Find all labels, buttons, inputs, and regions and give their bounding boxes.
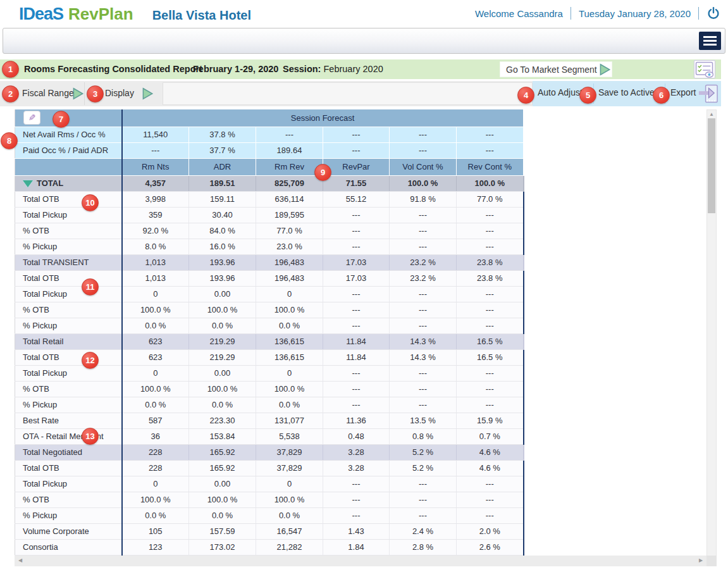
cell-value: --- (323, 318, 390, 333)
column-header: Vol Cont % (390, 158, 457, 175)
scroll-left-icon[interactable]: ◀ (16, 556, 25, 565)
row-label-text: % OTB (23, 226, 49, 235)
cell-value: 2.6 % (457, 539, 524, 555)
cell-value: --- (390, 365, 457, 381)
cell-value: --- (457, 397, 524, 413)
row-label: Paid Occ % / Paid ADR (15, 142, 122, 158)
cell-value: --- (323, 476, 390, 492)
column-header: ADR (189, 158, 256, 175)
cell-value: 5,538 (256, 428, 323, 444)
cell-value: --- (323, 365, 390, 381)
current-date: Tuesday January 28, 2020 (579, 8, 691, 19)
cell-value: 0.0 % (189, 397, 256, 413)
row-label: OTA - Retail Merchant (15, 428, 122, 444)
row-label: Total Pickup (15, 207, 122, 223)
go-play-icon[interactable] (598, 63, 612, 77)
annotation-badge-13: 13 (82, 428, 99, 445)
scroll-up-icon[interactable]: ▲ (707, 110, 716, 119)
cell-value: 100.0 % (256, 492, 323, 507)
row-label: Volume Corporate (15, 523, 122, 539)
annotation-badge-9: 9 (314, 164, 331, 181)
vertical-scroll-thumb[interactable] (708, 118, 715, 213)
action-bar: Fiscal Range Display Auto Adjust Save to… (0, 81, 721, 106)
view-forecast-list-icon[interactable] (694, 60, 715, 78)
row-label-text: % Pickup (23, 400, 57, 409)
cell-value: --- (390, 142, 457, 158)
filter-panel (163, 82, 533, 105)
cell-value: 105 (122, 523, 189, 539)
cell-value: --- (390, 507, 457, 523)
cell-value: 84.0 % (189, 223, 256, 239)
row-label-text: % Pickup (23, 511, 57, 520)
cell-value: 0 (122, 365, 189, 381)
cell-value: 100.0 % (122, 381, 189, 397)
row-label-text: TOTAL (37, 178, 63, 188)
cell-value: 17.03 (323, 254, 390, 270)
vertical-scrollbar[interactable]: ▲ ▼ (706, 109, 717, 564)
cell-value: 77.0 % (457, 191, 524, 207)
info-row: Paid Occ % / Paid ADR --- 37.7 % 189.64 … (15, 142, 524, 158)
menu-icon[interactable] (699, 32, 721, 50)
forecast-row: TOTAL4,357189.51825,70971.55100.0 %100.0… (15, 175, 524, 191)
session-label: Session: (283, 64, 321, 74)
scroll-right-icon[interactable]: ▶ (696, 556, 705, 565)
export-icon[interactable] (698, 84, 719, 104)
revplan-app: IDeaS RevPlan Bella Vista Hotel Welcome … (0, 0, 728, 572)
cell-value: 0 (256, 286, 323, 302)
collapse-triangle-icon[interactable] (23, 180, 33, 187)
cell-value: 0.00 (189, 286, 256, 302)
cell-value: 100.0 % (189, 381, 256, 397)
cell-value: 623 (122, 349, 189, 365)
row-label: % OTB (15, 381, 122, 397)
cell-value: --- (323, 381, 390, 397)
cell-value: 131,077 (256, 413, 323, 428)
annotation-badge-1: 1 (2, 61, 19, 78)
cell-value: 159.11 (189, 191, 256, 207)
horizontal-scrollbar[interactable]: ◀ ▶ (15, 556, 706, 566)
cell-value: 23.2 % (390, 270, 457, 286)
save-to-active-button[interactable]: Save to Active (598, 87, 655, 97)
cell-value: 0 (122, 286, 189, 302)
cell-value: 359 (122, 207, 189, 223)
cell-value: 123 (122, 539, 189, 555)
revplan-logo: RevPlan (68, 4, 133, 24)
row-label-text: Consortia (23, 542, 58, 552)
session-value: February 2020 (323, 64, 383, 74)
cell-value: 3.28 (323, 444, 390, 460)
cell-value: 587 (122, 413, 189, 428)
row-label: % Pickup (15, 397, 122, 413)
annotation-badge-3: 3 (87, 85, 104, 103)
cell-value: 636,114 (256, 191, 323, 207)
header-divider (571, 7, 571, 20)
auto-adjust-button[interactable]: Auto Adjust (538, 87, 583, 97)
cell-value: 0.0 % (256, 507, 323, 523)
row-label-text: Total Pickup (23, 210, 67, 220)
cell-value: 623 (122, 333, 189, 349)
display-expand-icon[interactable] (140, 87, 154, 101)
forecast-row: Total TRANSIENT1,013193.96196,48317.0323… (15, 254, 524, 270)
pencil-edit-icon[interactable]: ✎ (23, 111, 40, 125)
cell-value: 16.0 % (189, 239, 256, 254)
app-header: IDeaS RevPlan Bella Vista Hotel Welcome … (0, 0, 728, 27)
cell-value: 4.6 % (457, 460, 524, 476)
cell-value: --- (323, 223, 390, 239)
cell-value: 0 (256, 476, 323, 492)
row-label-text: Total Retail (23, 337, 63, 346)
fiscal-range-expand-icon[interactable] (71, 87, 85, 101)
menu-ribbon (3, 28, 725, 54)
cell-value: --- (323, 207, 390, 223)
cell-value: 223.30 (189, 413, 256, 428)
row-label: % OTB (15, 302, 122, 318)
forecast-row: Total Negotiated228165.9237,8293.285.2 %… (15, 444, 524, 460)
cell-value: 100.0 % (122, 492, 189, 507)
export-button[interactable]: Export (670, 87, 696, 97)
cell-value: --- (256, 127, 323, 142)
cell-value: 30.40 (189, 207, 256, 223)
logout-power-icon[interactable] (706, 6, 720, 20)
row-label-text: Total OTB (23, 463, 59, 473)
market-segment-dropdown[interactable]: Go To Market Segment (500, 61, 612, 77)
cell-value: 91.8 % (390, 191, 457, 207)
cell-value: 8.0 % (122, 239, 189, 254)
forecast-row: % Pickup0.0 %0.0 %0.0 %--------- (15, 507, 524, 523)
forecast-row: % OTB92.0 %84.0 %77.0 %--------- (15, 223, 524, 239)
